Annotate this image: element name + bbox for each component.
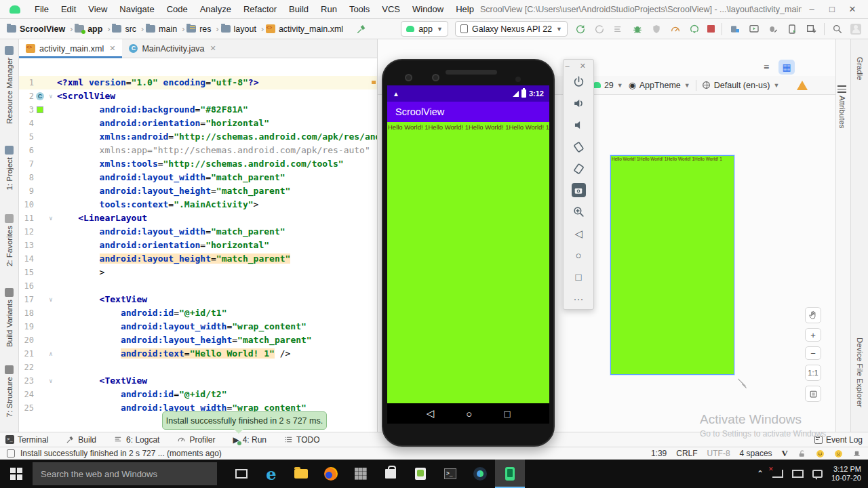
sidebar-item-1-project[interactable]: 1: Project — [5, 146, 14, 190]
overview-button[interactable]: □ — [504, 408, 510, 420]
emulator-taskbar-button[interactable] — [495, 460, 525, 488]
volume-down-button-icon[interactable] — [572, 118, 586, 132]
android-studio-button[interactable] — [465, 460, 495, 488]
action-center-icon[interactable] — [812, 470, 823, 478]
start-button[interactable] — [0, 460, 33, 488]
tab-close-icon[interactable]: ✕ — [109, 44, 115, 53]
api-version-dropdown[interactable]: 29 ▼ — [593, 81, 623, 90]
sidebar-item-2-favorites[interactable]: 2: Favorites — [5, 214, 14, 266]
locale-dropdown[interactable]: Default (en-us) ▼ — [702, 81, 780, 90]
stop-icon[interactable] — [707, 25, 715, 33]
menu-file[interactable]: File — [28, 0, 55, 18]
zoom-actual-button[interactable]: 1:1 — [805, 365, 821, 381]
vim-badge[interactable]: V — [782, 448, 788, 459]
fold-icon[interactable]: ∧ — [46, 347, 56, 361]
fold-icon[interactable]: ∨ — [46, 374, 56, 388]
overview-button-icon[interactable]: □ — [572, 270, 586, 284]
attributes-tab[interactable]: Attributes — [837, 85, 846, 129]
breadcrumb-item[interactable]: app — [75, 24, 102, 34]
gradle-tab[interactable]: Gradle — [856, 57, 864, 81]
theme-dropdown[interactable]: ◉ AppTheme ▼ — [629, 80, 690, 90]
zoom-fit-button[interactable] — [805, 386, 821, 402]
tab-activity_main.xml[interactable]: activity_main.xml✕ — [19, 39, 122, 58]
back-button-icon[interactable]: ◁ — [572, 226, 586, 241]
profiler-gauge-icon[interactable] — [669, 23, 682, 35]
fold-icon[interactable]: ∨ — [46, 211, 56, 225]
home-button[interactable]: ○ — [466, 408, 472, 420]
fold-icon[interactable]: ∨ — [46, 89, 56, 103]
home-button-icon[interactable]: ○ — [572, 248, 586, 262]
editor-split-menu-icon[interactable]: ≡ — [758, 60, 774, 75]
pan-hand-icon[interactable] — [805, 307, 821, 323]
tool-window-tab-profiler[interactable]: Profiler — [177, 435, 215, 445]
build-hammer-icon[interactable] — [355, 23, 368, 35]
menu-analyze[interactable]: Analyze — [194, 0, 237, 18]
tool-window-toggle-icon[interactable] — [7, 449, 15, 458]
menu-help[interactable]: Help — [450, 0, 480, 18]
device-manager-icon[interactable] — [786, 23, 798, 35]
design-mode-icon[interactable]: ▦ — [778, 60, 795, 75]
menu-window[interactable]: Window — [406, 0, 450, 18]
minesweeper-button[interactable] — [346, 460, 376, 488]
run-icon[interactable] — [574, 23, 587, 35]
breadcrumb-item[interactable]: src — [112, 24, 136, 34]
avatar[interactable] — [850, 24, 861, 35]
tab-close-icon[interactable]: ✕ — [210, 44, 216, 53]
file-explorer-button[interactable] — [286, 460, 316, 488]
breadcrumb-item[interactable]: activity_main.xml — [266, 24, 343, 34]
menu-code[interactable]: Code — [161, 0, 194, 18]
tool-window-tab-todo[interactable]: TODO — [284, 435, 319, 445]
file-encoding[interactable]: UTF-8 — [707, 449, 730, 458]
emulator-window-controls[interactable]: – ✕ — [566, 62, 590, 70]
search-icon[interactable] — [831, 23, 844, 35]
caret-position[interactable]: 1:39 — [651, 449, 667, 458]
tool-window-tab-4-run[interactable]: ▶4: Run — [233, 435, 267, 445]
preview-resize-handle[interactable] — [736, 377, 749, 389]
tool-window-tab-build[interactable]: Build — [66, 435, 96, 445]
maximize-button[interactable]: □ — [822, 0, 842, 18]
close-button[interactable]: ✕ — [842, 0, 863, 18]
cmd-button[interactable]: >_ — [435, 460, 465, 488]
attach-debugger-icon[interactable] — [767, 23, 779, 35]
sidebar-item-build-variants[interactable]: Build Variants — [5, 288, 14, 347]
phone-content[interactable]: Hello World! 1Hello World! 1Hello World!… — [387, 122, 549, 403]
notifications-icon[interactable] — [852, 449, 861, 458]
apply-code-changes-icon[interactable] — [612, 23, 625, 35]
taskbar-search-input[interactable]: Search the web and Windows — [33, 462, 217, 485]
zoom-button-icon[interactable] — [572, 205, 586, 219]
debug-icon[interactable] — [631, 23, 644, 35]
taskbar-clock[interactable]: 3:12 PM 10-07-20 — [831, 465, 861, 483]
menu-tools[interactable]: Tools — [343, 0, 376, 18]
breadcrumb-item[interactable]: res — [186, 24, 211, 34]
menu-view[interactable]: View — [82, 0, 113, 18]
zoom-out-button[interactable]: − — [805, 346, 821, 360]
avd-manager-icon[interactable] — [729, 23, 741, 35]
notepadpp-button[interactable] — [406, 460, 435, 488]
emulator-screen[interactable]: ▲ 3:12 ScroolView Hello World! 1Hello Wo… — [387, 85, 549, 424]
tool-window-tab-6-logcat[interactable]: 6: Logcat — [114, 435, 159, 445]
indent-setting[interactable]: 4 spaces — [740, 449, 772, 458]
edge-button[interactable]: e — [256, 460, 286, 488]
fold-icon[interactable]: ∨ — [46, 293, 56, 306]
display-icon[interactable] — [792, 470, 804, 478]
sidebar-item-7-structure[interactable]: 7: Structure — [5, 365, 14, 417]
run-device-icon[interactable] — [748, 23, 760, 35]
menu-vcs[interactable]: VCS — [376, 0, 406, 18]
apply-changes-icon[interactable] — [593, 23, 606, 35]
device-dropdown[interactable]: Galaxy Nexus API 22 ▼ — [455, 21, 568, 37]
happy-face-icon[interactable] — [816, 449, 825, 458]
more-button-icon[interactable]: ··· — [572, 291, 586, 306]
menu-build[interactable]: Build — [283, 0, 315, 18]
status-message[interactable]: Install successfully finished in 2 s 727… — [20, 449, 222, 458]
task-view-button[interactable] — [226, 460, 256, 488]
tray-expand-chevron[interactable]: ⌃ — [757, 469, 764, 479]
rotate-right-button-icon[interactable] — [572, 161, 586, 176]
network-error-icon[interactable] — [772, 470, 783, 478]
screenshot-button-icon[interactable] — [572, 183, 586, 197]
run-configuration-dropdown[interactable]: app ▼ — [401, 21, 448, 37]
rotate-left-button-icon[interactable] — [572, 140, 586, 154]
firefox-button[interactable] — [316, 460, 346, 488]
store-button[interactable] — [376, 460, 406, 488]
apply-changes-restart-icon[interactable] — [688, 23, 701, 35]
sad-face-icon[interactable] — [834, 449, 843, 458]
